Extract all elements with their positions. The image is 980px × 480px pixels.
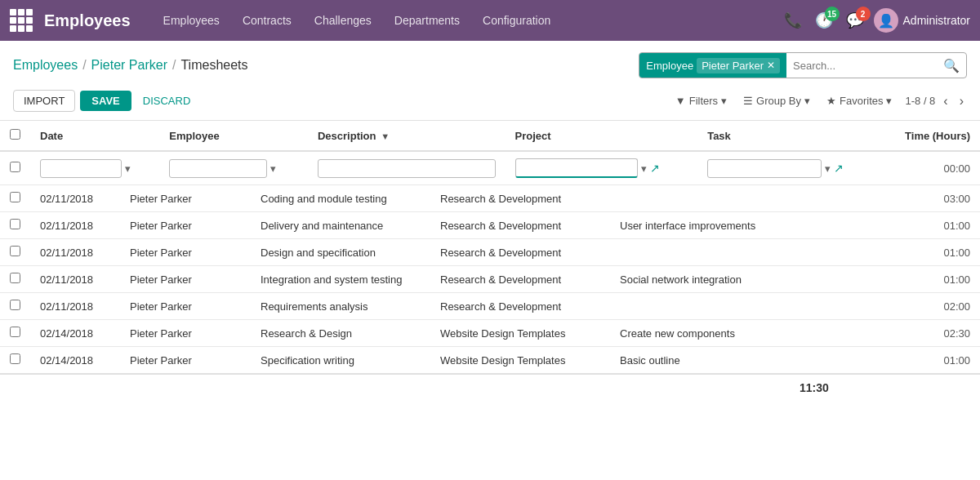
phone-icon-btn[interactable]: 📞 <box>781 8 805 33</box>
table-row: 02/11/2018 Pieter Parker Requirements an… <box>0 293 980 320</box>
col-task-header: Task <box>697 121 880 151</box>
nav-departments[interactable]: Departments <box>385 9 470 32</box>
date-input[interactable]: 02/14/2018 <box>40 159 122 178</box>
row-project: Website Design Templates <box>430 347 610 375</box>
editable-row-checkbox[interactable] <box>10 162 20 172</box>
user-menu-btn[interactable]: 👤 Administrator <box>874 8 970 33</box>
pager: 1-8 / 8 ‹ › <box>905 92 967 110</box>
search-tag-key: Employee <box>646 60 693 72</box>
row-checkbox[interactable] <box>10 273 20 283</box>
row-task <box>610 293 790 320</box>
row-date: 02/14/2018 <box>30 347 120 375</box>
filters-label: Filters <box>689 95 718 107</box>
row-description: Integration and system testing <box>251 266 430 293</box>
project-dropdown-icon[interactable]: ▾ <box>641 162 647 175</box>
user-name: Administrator <box>903 14 970 27</box>
select-all-checkbox[interactable] <box>10 129 20 140</box>
timesheets-data-table: 02/11/2018 Pieter Parker Coding and modu… <box>0 185 980 401</box>
editable-row-description-cell[interactable]: Support & Minor bug fixes <box>308 151 506 185</box>
row-employee: Pieter Parker <box>120 239 251 266</box>
filters-chevron: ▾ <box>721 95 727 107</box>
employee-dropdown-icon[interactable]: ▾ <box>270 162 276 175</box>
row-project: Research & Development <box>430 293 610 320</box>
date-dropdown-icon[interactable]: ▾ <box>125 162 131 175</box>
row-checkbox[interactable] <box>10 246 20 256</box>
row-project: Research & Development <box>430 185 610 212</box>
discard-button[interactable]: DISCARD <box>136 91 198 111</box>
row-check-cell[interactable] <box>0 320 30 347</box>
row-time: 02:00 <box>790 293 980 320</box>
row-check-cell[interactable] <box>0 266 30 293</box>
breadcrumb-employees-link[interactable]: Employees <box>13 58 78 73</box>
row-time: 01:00 <box>790 239 980 266</box>
row-check-cell[interactable] <box>0 347 30 375</box>
pager-text: 1-8 / 8 <box>905 95 935 107</box>
breadcrumb-employee-link[interactable]: Pieter Parker <box>91 58 167 73</box>
row-description: Specification writing <box>251 347 430 375</box>
table-row: 02/11/2018 Pieter Parker Integration and… <box>0 266 980 293</box>
row-date: 02/14/2018 <box>30 320 120 347</box>
search-tag-value: Pieter Parker <box>702 60 764 72</box>
pager-prev-btn[interactable]: ‹ <box>940 92 951 110</box>
row-employee: Pieter Parker <box>120 347 251 375</box>
breadcrumb: Employees / Pieter Parker / Timesheets <box>13 58 248 73</box>
notifications-btn[interactable]: 🕐 15 <box>812 8 836 33</box>
row-employee: Pieter Parker <box>120 212 251 239</box>
col-description-header[interactable]: Description ▼ <box>308 121 506 151</box>
nav-contracts[interactable]: Contracts <box>233 9 301 32</box>
row-time: 01:00 <box>790 347 980 375</box>
table-footer-row: 11:30 <box>0 374 980 401</box>
row-checkbox[interactable] <box>10 300 20 310</box>
row-task: Basic outline <box>610 347 790 375</box>
search-input[interactable] <box>786 53 937 78</box>
save-button[interactable]: SAVE <box>80 91 131 111</box>
row-checkbox[interactable] <box>10 327 20 337</box>
brand-title: Employees <box>44 11 131 30</box>
task-external-link[interactable]: ↗ <box>834 162 844 175</box>
row-description: Requirements analysis <box>251 293 430 320</box>
row-time: 01:00 <box>790 212 980 239</box>
editable-row-date-cell[interactable]: 02/14/2018 ▾ <box>30 151 159 185</box>
project-external-link[interactable]: ↗ <box>650 162 660 175</box>
date-cell-content: 02/14/2018 ▾ <box>40 159 149 178</box>
task-input[interactable]: Deploy and review <box>707 159 822 178</box>
col-time-header: Time (Hours) <box>880 121 980 151</box>
select-all-cell[interactable] <box>0 121 30 151</box>
editable-row-employee-cell[interactable]: Pieter Parker ▾ <box>159 151 308 185</box>
search-submit-btn[interactable]: 🔍 <box>937 58 966 73</box>
row-description: Delivery and maintenance <box>251 212 430 239</box>
row-task <box>610 239 790 266</box>
row-checkbox[interactable] <box>10 353 20 364</box>
description-input[interactable]: Support & Minor bug fixes <box>318 159 496 178</box>
editable-row-check-cell[interactable] <box>0 151 30 185</box>
apps-grid-icon[interactable] <box>10 9 33 32</box>
row-task: User interface improvements <box>610 212 790 239</box>
filter-group: ▼ Filters ▾ ☰ Group By ▾ ★ Favorites ▾ <box>672 91 896 110</box>
editable-row-task-cell[interactable]: Deploy and review ▾ ↗ <box>697 151 880 185</box>
row-checkbox[interactable] <box>10 192 20 202</box>
project-input[interactable]: E-Learning Integration <box>515 158 638 178</box>
search-tag-value-container: Pieter Parker ✕ <box>697 58 780 73</box>
row-check-cell[interactable] <box>0 185 30 212</box>
search-tag-remove[interactable]: ✕ <box>767 60 775 71</box>
filters-btn[interactable]: ▼ Filters ▾ <box>672 91 730 110</box>
row-check-cell[interactable] <box>0 239 30 266</box>
task-dropdown-icon[interactable]: ▾ <box>825 162 831 175</box>
employee-input[interactable]: Pieter Parker <box>169 159 267 178</box>
messages-badge: 2 <box>856 7 871 21</box>
nav-employees[interactable]: Employees <box>154 9 229 32</box>
favorites-btn[interactable]: ★ Favorites ▾ <box>823 91 895 110</box>
row-date: 02/11/2018 <box>30 293 120 320</box>
import-button[interactable]: IMPORT <box>13 90 75 112</box>
toolbar-right: ▼ Filters ▾ ☰ Group By ▾ ★ Favorites ▾ 1… <box>672 91 967 110</box>
nav-challenges[interactable]: Challenges <box>305 9 381 32</box>
groupby-btn[interactable]: ☰ Group By ▾ <box>740 91 813 110</box>
editable-row-project-cell[interactable]: E-Learning Integration ▾ ↗ <box>506 151 698 185</box>
nav-configuration[interactable]: Configuration <box>473 9 560 32</box>
row-checkbox[interactable] <box>10 219 20 229</box>
row-check-cell[interactable] <box>0 212 30 239</box>
row-check-cell[interactable] <box>0 293 30 320</box>
editable-row-time-cell[interactable]: 00:00 <box>880 151 980 185</box>
pager-next-btn[interactable]: › <box>956 92 967 110</box>
messages-btn[interactable]: 💬 2 <box>843 8 867 33</box>
